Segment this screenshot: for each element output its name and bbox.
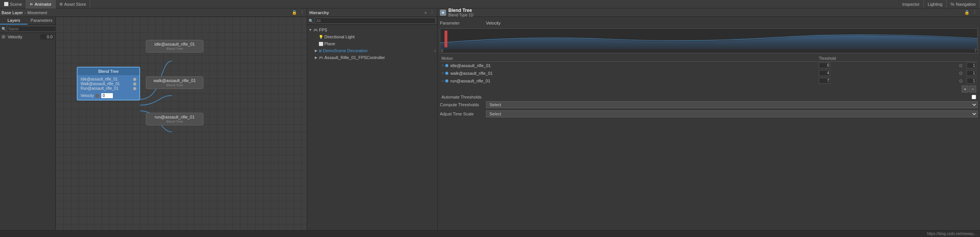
compute-row: Compute Thresholds Select	[440, 101, 978, 109]
blend-tree-body: Idle@assault_rifle_01 Walk@assault_rifle…	[78, 75, 139, 92]
run-label: Run@assault_rifle_01	[81, 86, 119, 91]
inspector-controls: 🔒 ⋮	[963, 10, 978, 15]
idle-threshold[interactable]	[819, 63, 830, 68]
inspector-lock-btn[interactable]: 🔒	[963, 10, 970, 15]
run-node[interactable]: run@assault_rifle_01 Blend Tree	[146, 113, 203, 125]
param-name: Velocity	[8, 35, 39, 39]
animator-toolbar: Base Layer › Movement 🔒 ⋮	[0, 8, 307, 17]
light-label: Directional Light	[324, 35, 355, 39]
tab-animator[interactable]: ⊳ Animator	[26, 0, 56, 8]
automate-checkbox[interactable]	[972, 95, 976, 99]
rifle-expand: ▶	[315, 56, 317, 59]
param-row-idle: Idle@assault_rifle_01	[81, 77, 136, 81]
motion-row-run: = run@assault_rifle_01 ⊙	[440, 77, 978, 85]
compute-label: Compute Thresholds	[440, 102, 486, 107]
motion-row-walk: = walk@assault_rifle_01 ⊙	[440, 69, 978, 77]
fps-expand: ▼	[309, 28, 312, 32]
run-drag[interactable]: =	[441, 78, 444, 84]
tab-asset-store[interactable]: ⊞ Asset Store	[56, 0, 90, 8]
velocity-input[interactable]	[101, 93, 113, 98]
automate-row: Automate Thresholds	[440, 93, 978, 101]
velocity-toggle[interactable]	[95, 94, 99, 98]
run-node-label: run@assault_rifle_01	[150, 115, 199, 119]
graph-area[interactable]: Blend Tree Idle@assault_rifle_01 Walk@as…	[56, 17, 307, 230]
run-dot-indicator	[445, 79, 448, 82]
adjust-dropdown[interactable]: Select	[486, 110, 978, 117]
tree-item-plane[interactable]: ▶ ⬜ Plane	[307, 40, 437, 47]
compute-dropdown[interactable]: Select	[486, 101, 978, 108]
col-settings	[957, 56, 965, 62]
idle-label: Idle@assault_rifle_01	[81, 77, 117, 81]
col-threshold: Threshold	[817, 56, 957, 62]
adjust-row: Adjust Time Scale Select	[440, 110, 978, 118]
hierarchy-panel: Hierarchy + ⋮ 🔍 ▼ 🎮 FPS ▶ 💡 Directional …	[307, 8, 438, 230]
idle-dot-indicator	[445, 64, 448, 67]
idle-node-subtitle: Blend Tree	[150, 47, 199, 51]
motion-remove-btn[interactable]: −	[969, 86, 976, 92]
motion-add-btn[interactable]: +	[962, 86, 968, 92]
store-icon: ⊞	[59, 2, 63, 6]
idle-drag[interactable]: =	[441, 63, 444, 68]
plane-icon: ⬜	[319, 42, 323, 46]
walk-drag[interactable]: =	[441, 71, 444, 76]
name-input[interactable]	[7, 26, 59, 32]
animator-more-btn[interactable]: ⋮	[299, 10, 305, 15]
hierarchy-add-btn[interactable]: +	[424, 10, 428, 15]
rifle-icon: 🎮	[319, 56, 323, 60]
tree-item-demo[interactable]: ▶ ⊞ DemoScene Decoration ›	[307, 47, 437, 54]
blend-graph-svg	[440, 29, 977, 53]
inspector-more-btn[interactable]: ⋮	[972, 10, 978, 15]
param-toggle[interactable]	[2, 35, 5, 39]
parameter-value: Velocity	[486, 21, 978, 25]
tree-item-fps[interactable]: ▼ 🎮 FPS	[307, 26, 437, 33]
idle-node[interactable]: idle@assault_rifle_01 Blend Tree	[146, 40, 203, 53]
tab-layers[interactable]: Layers	[0, 17, 28, 25]
run-threshold[interactable]	[819, 78, 830, 84]
idle-node-label: idle@assault_rifle_01	[150, 42, 199, 46]
param-row-walk: Walk@assault_rifle_01	[81, 82, 136, 86]
run-settings-btn[interactable]: ⊙	[959, 78, 963, 84]
tree-item-rifle[interactable]: ▶ 🎮 Assault_Rifle_01_FPSController	[307, 54, 437, 61]
idle-loop[interactable]	[967, 63, 976, 68]
inspector-header: Blend Tree Blend Type 1D 🔒 ⋮	[438, 8, 980, 17]
tree-item-light[interactable]: ▶ 💡 Directional Light	[307, 33, 437, 40]
hierarchy-search-input[interactable]	[315, 18, 436, 24]
animator-content: Layers Parameters 🔍 + ▼ Velocity	[0, 17, 307, 230]
hierarchy-more-btn[interactable]: ⋮	[429, 10, 435, 15]
breadcrumb-movement[interactable]: Movement	[27, 10, 47, 15]
col-loop	[965, 56, 978, 62]
sidebar-search: 🔍 + ▼	[0, 25, 55, 33]
layers-sidebar: Layers Parameters 🔍 + ▼ Velocity	[0, 17, 56, 230]
walk-node[interactable]: walk@assault_rifle_01 Blend Tree	[146, 76, 203, 89]
idle-settings-btn[interactable]: ⊙	[959, 63, 963, 68]
param-value-input[interactable]	[40, 34, 54, 40]
status-bar: https://blog.csdn.net/newqu...	[0, 230, 980, 237]
walk-settings-btn[interactable]: ⊙	[959, 71, 963, 76]
parameter-row: Parameter Velocity	[440, 19, 978, 27]
run-loop[interactable]	[967, 78, 976, 84]
breadcrumb-base[interactable]: Base Layer	[2, 10, 23, 15]
animator-panel: Base Layer › Movement 🔒 ⋮ Layers Paramet…	[0, 8, 307, 230]
inspector-body: Parameter Velocity	[438, 17, 980, 230]
tab-inspector[interactable]: Inspector	[898, 0, 924, 8]
tab-parameters[interactable]: Parameters	[28, 17, 55, 25]
walk-motion-name: walk@assault_rifle_01	[450, 71, 492, 76]
walk-loop[interactable]	[967, 70, 976, 76]
param-row-run: Run@assault_rifle_01	[81, 86, 136, 91]
scene-icon: ⬜	[4, 2, 8, 6]
node-velocity: Velocity	[78, 92, 139, 100]
inspector-panel: Blend Tree Blend Type 1D 🔒 ⋮ Parameter V…	[438, 8, 980, 230]
tab-scene[interactable]: ⬜ Scene	[0, 0, 26, 8]
blend-tree-node[interactable]: Blend Tree Idle@assault_rifle_01 Walk@as…	[77, 67, 140, 100]
tab-lighting[interactable]: Lighting	[924, 0, 947, 8]
demo-arrow: ›	[435, 49, 436, 53]
animator-lock-btn[interactable]: 🔒	[291, 10, 298, 15]
tab-navigation[interactable]: % Navigation	[947, 0, 980, 8]
breadcrumb-sep: ›	[25, 10, 26, 15]
walk-threshold[interactable]	[819, 70, 830, 76]
hierarchy-search-icon: 🔍	[309, 19, 313, 23]
blend-tree-icon-svg	[441, 10, 445, 15]
walk-dot-indicator	[445, 72, 448, 75]
adjust-label: Adjust Time Scale	[440, 112, 486, 116]
demo-icon: ⊞	[319, 49, 322, 53]
